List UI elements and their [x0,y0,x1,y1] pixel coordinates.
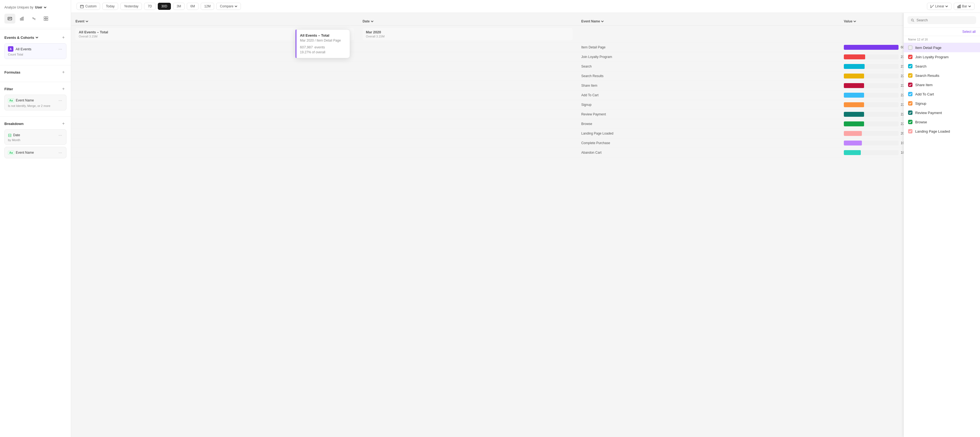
tooltip-pct: 19.27% of overall [300,50,345,54]
add-formula-button[interactable]: + [60,69,67,75]
tooltip-accent [296,30,296,58]
table-wrap: Event Date Event Name Value [71,13,980,437]
item-checkbox[interactable] [908,110,912,115]
compare-button[interactable]: Compare [216,3,240,10]
bar-button[interactable]: Bar [954,3,975,10]
search-input-wrap[interactable] [908,16,976,24]
row-event-name: Landing Page Loaded [577,129,840,138]
filter-menu-button[interactable]: ⋯ [57,98,63,103]
col-event[interactable]: Event [71,17,358,26]
filter-card: Aa Event Name ⋯ Is not Identify, Merge, … [5,95,67,110]
dropdown-item-label: Search Results [915,73,939,78]
table-row: Abandon Cart 187.8K [71,148,980,157]
svg-point-17 [912,19,913,21]
filter-type-badge: Aa [8,99,14,103]
svg-rect-2 [22,17,22,20]
item-checkbox[interactable] [908,92,912,96]
sidebar: Analyze Uniques by User Events & Cohorts… [0,0,71,437]
svg-line-12 [931,5,934,8]
dropdown-item[interactable]: Add To Cart [904,89,980,99]
name-count-label: Name 12 of 16 [904,36,980,43]
dropdown-item[interactable]: Search Results [904,71,980,80]
breakdown-eventname-menu-button[interactable]: ⋯ [57,150,63,155]
custom-date-button[interactable]: Custom [76,3,100,10]
dropdown-item[interactable]: Share Item [904,80,980,89]
dropdown-item-label: Landing Page Loaded [915,129,950,133]
item-checkbox[interactable] [908,55,912,59]
formulas-title[interactable]: Formulas [5,70,21,75]
breakdown-date-label: Date [13,133,20,137]
dropdown-item-label: Review Payment [915,111,942,115]
viz-tab-bar[interactable] [16,14,27,24]
svg-rect-14 [958,6,958,8]
30d-button[interactable]: 30D [158,3,171,10]
col-event-name[interactable]: Event Name [577,17,840,26]
content-area: Event Date Event Name Value [71,13,980,437]
yesterday-button[interactable]: Yesterday [120,3,142,10]
breakdown-date-card: ⊟ Date ⋯ by Month [5,129,67,145]
item-checkbox[interactable] [908,83,912,87]
7d-button[interactable]: 7D [144,3,155,10]
event-name: All Events [16,47,32,51]
analyze-row: Analyze Uniques by User [0,3,71,14]
filter-field-name: Event Name [16,99,34,102]
svg-rect-4 [44,17,46,18]
dropdown-item-label: Join Loyalty Program [915,55,948,59]
filter-section: Filter + Aa Event Name ⋯ Is not Identify… [0,82,71,116]
tooltip-subtitle: Mar 2020 / Item Detail Page [300,38,345,42]
dropdown-item[interactable]: Review Payment [904,108,980,117]
dropdown-item-label: Signup [915,102,926,106]
row-event-name: Browse [577,119,840,129]
viz-tab-chart[interactable] [5,14,15,24]
add-event-button[interactable]: + [60,35,67,40]
item-checkbox[interactable] [908,73,912,78]
item-checkbox[interactable] [908,120,912,124]
events-section-header: Events & Cohorts + [5,35,67,40]
12m-button[interactable]: 12M [201,3,214,10]
events-section-title[interactable]: Events & Cohorts [5,35,38,40]
svg-rect-3 [23,17,24,20]
dropdown-item-label: Browse [915,120,927,124]
dropdown-item[interactable]: Item Detail Page [904,43,980,52]
dropdown-item[interactable]: Signup [904,99,980,108]
breakdown-date-menu-button[interactable]: ⋯ [57,132,63,138]
event-menu-button[interactable]: ⋯ [57,46,63,52]
dropdown-item[interactable]: Join Loyalty Program [904,52,980,62]
add-filter-button[interactable]: + [60,86,67,92]
event-sub-label: Count Total [8,53,63,56]
table-row: Item Detail Page 608K [71,43,980,52]
viz-tab-grid[interactable] [40,14,51,24]
main-area: Custom Today Yesterday 7D 30D 3M 6M 12M … [71,0,980,437]
col-date[interactable]: Date [358,17,577,26]
table-row: Share Item 225.2K [71,81,980,91]
dropdown-item[interactable]: Browse [904,117,980,127]
row-event-name: Complete Purchase [577,138,840,148]
item-checkbox[interactable] [908,101,912,106]
item-checkbox[interactable] [908,129,912,133]
svg-rect-8 [80,5,83,8]
3m-button[interactable]: 3M [173,3,185,10]
row-event-name: Join Loyalty Program [577,52,840,62]
row-event-name: Search [577,62,840,72]
topbar: Custom Today Yesterday 7D 30D 3M 6M 12M … [71,0,980,13]
today-button[interactable]: Today [102,3,118,10]
6m-button[interactable]: 6M [187,3,199,10]
events-section: Events & Cohorts + A All Events ⋯ Count … [0,31,71,65]
select-all-button[interactable]: Select all [962,30,975,33]
linear-button[interactable]: Linear [927,3,951,10]
dropdown-item-label: Item Detail Page [915,46,942,50]
dropdown-search-input[interactable] [916,18,973,22]
item-checkbox[interactable] [908,45,912,50]
svg-rect-16 [960,5,961,8]
dropdown-search-box [904,13,980,28]
dropdown-item[interactable]: Landing Page Loaded [904,127,980,136]
item-checkbox[interactable] [908,64,912,68]
breakdown-title[interactable]: Breakdown [5,122,24,126]
add-breakdown-button[interactable]: + [60,121,67,127]
viz-tab-flow[interactable] [29,14,40,24]
dropdown-item[interactable]: Search [904,62,980,71]
analyze-user-select[interactable]: User [35,5,47,9]
table-row: Complete Purchase 198.8K [71,138,980,148]
svg-rect-1 [20,18,21,20]
filter-title[interactable]: Filter [5,87,13,91]
